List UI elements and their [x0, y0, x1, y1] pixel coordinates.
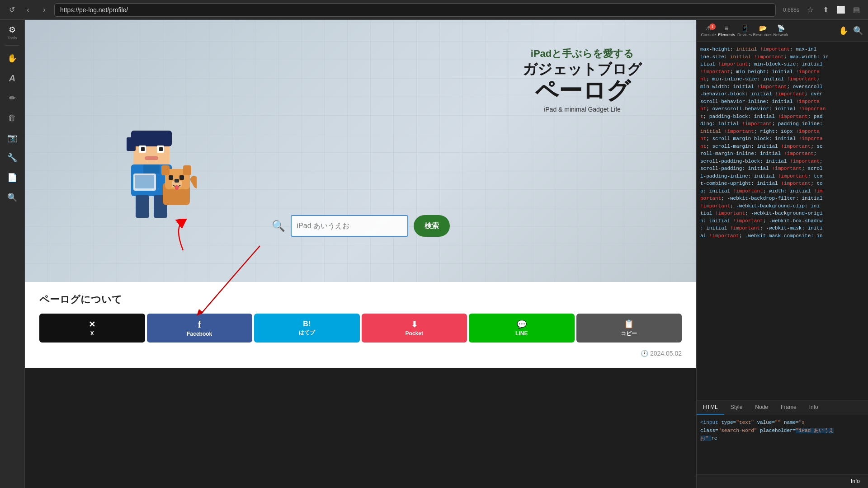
elements-label: Elements [718, 33, 735, 37]
devtools-devices-btn[interactable]: 📱 Devices [736, 23, 753, 39]
search-button[interactable]: 検索 [414, 215, 450, 237]
text-tool-item[interactable]: A [3, 69, 21, 87]
svg-rect-7 [145, 156, 158, 160]
info-button[interactable]: Info [846, 476, 864, 486]
forward-button[interactable]: › [38, 4, 51, 16]
devtools-elements-btn[interactable]: ≡ Elements [718, 23, 735, 39]
code-val-placeholder-cont: お" [700, 436, 711, 441]
pixel-character [106, 128, 197, 228]
hand-tool-item[interactable]: ✋ [3, 49, 21, 67]
line-label: LINE [515, 330, 528, 337]
share-button[interactable]: ⬆ [819, 4, 832, 16]
share-facebook-button[interactable]: f Facebook [147, 314, 253, 343]
tab-style[interactable]: Style [724, 400, 749, 415]
svg-rect-1 [131, 131, 172, 146]
code-val-value: "" [775, 420, 784, 425]
toolbar-divider [5, 45, 19, 46]
share-copy-button[interactable]: 📋 コピー [576, 314, 682, 343]
svg-rect-5 [141, 147, 145, 151]
webpage-area: iPadと手ぶらを愛する ガジェットブログ ペーログ iPad & minima… [25, 20, 696, 488]
hand-icon: ✋ [7, 53, 17, 63]
twitter-icon: ✕ [89, 319, 95, 329]
console-label: Console [701, 33, 716, 37]
svg-rect-18 [169, 175, 173, 180]
search-area: 🔍 検索 [272, 215, 450, 237]
devtools-tabs: HTML Style Node Frame Info [697, 400, 868, 415]
page-timing: 0.688s [783, 7, 799, 13]
share-pocket-button[interactable]: ⬇ Pocket [362, 314, 467, 343]
devtools-panel: ⚠ Console 1 ≡ Elements 📱 Devices 📂 Resou… [696, 20, 868, 488]
tab-info-label: Info [809, 404, 818, 410]
share-hatena-button[interactable]: B! はてブ [254, 314, 360, 343]
resources-icon: 📂 [759, 24, 767, 32]
share-line-button[interactable]: 💬 LINE [469, 314, 575, 343]
tools-icon: ⚙ [9, 25, 16, 35]
hatena-label: はてブ [299, 329, 315, 337]
devices-icon: 📱 [741, 24, 749, 32]
copy-label: コピー [621, 330, 637, 338]
code-val-name: "s [799, 420, 805, 425]
hero-content: iPadと手ぶらを愛する ガジェットブログ ペーログ iPad & minima… [523, 47, 642, 113]
tab-html[interactable]: HTML [697, 400, 724, 415]
code-line-3: お" re [700, 435, 864, 443]
search-input[interactable] [291, 215, 408, 237]
refresh-button[interactable]: ↺ [5, 4, 18, 16]
svg-rect-22 [175, 185, 179, 190]
copy-icon: 📋 [624, 319, 634, 329]
main-layout: ⚙ Tools ✋ A ✏ 🗑 📷 🔧 📄 🔍 [0, 20, 868, 488]
sidebar-toggle-button[interactable]: ▤ [850, 4, 863, 16]
doc-tool-item[interactable]: 📄 [3, 169, 21, 187]
eyedrop-tool-item[interactable]: 🔧 [3, 149, 21, 167]
resources-label: Resources [753, 33, 772, 37]
tab-style-label: Style [731, 404, 743, 410]
url-text: https://pe-log.net/profile/ [60, 6, 128, 14]
url-bar[interactable]: https://pe-log.net/profile/ [54, 3, 776, 17]
svg-rect-21 [175, 179, 179, 183]
share-twitter-button[interactable]: ✕ X [39, 314, 145, 343]
devtools-css-panel[interactable]: max-height: initial !important; max-inl … [697, 42, 868, 400]
back-button[interactable]: ‹ [22, 4, 34, 16]
devtools-pointer-btn[interactable]: ✋ [837, 24, 850, 37]
bookmark-button[interactable]: ☆ [804, 4, 816, 16]
code-attr-type: type= [721, 420, 736, 425]
tab-html-label: HTML [703, 404, 718, 410]
devtools-network-btn[interactable]: 📡 Network [773, 23, 789, 39]
code-attr-value: value= [757, 420, 775, 425]
console-badge: 1 [709, 23, 716, 30]
svg-rect-2 [127, 137, 136, 151]
tab-node[interactable]: Node [749, 400, 774, 415]
network-label: Network [773, 33, 788, 37]
browser-chrome: ↺ ‹ › https://pe-log.net/profile/ 0.688s… [0, 0, 868, 20]
hero-title-big: ペーログ [523, 78, 642, 103]
devtools-toolbar: ⚠ Console 1 ≡ Elements 📱 Devices 📂 Resou… [697, 20, 868, 42]
camera-tool-item[interactable]: 📷 [3, 129, 21, 147]
pen-icon: ✏ [9, 93, 16, 103]
share-buttons: ✕ X f Facebook B! はてブ ⬇ Pocket 💬 LINE [39, 314, 682, 343]
devtools-resources-btn[interactable]: 📂 Resources [755, 23, 771, 39]
svg-rect-17 [183, 165, 191, 175]
facebook-label: Facebook [187, 331, 212, 337]
tools-label: Tools [7, 36, 17, 40]
svg-rect-19 [179, 175, 184, 180]
elements-icon: ≡ [725, 24, 728, 32]
tools-item[interactable]: ⚙ Tools [3, 23, 21, 42]
devtools-search-btn[interactable]: 🔍 [852, 24, 864, 37]
tab-frame[interactable]: Frame [774, 400, 803, 415]
svg-rect-6 [159, 147, 163, 151]
delete-tool-item[interactable]: 🗑 [3, 109, 21, 127]
svg-rect-11 [135, 175, 154, 188]
svg-rect-9 [143, 164, 160, 174]
tab-view-button[interactable]: ⬜ [835, 4, 847, 16]
tab-info[interactable]: Info [803, 400, 825, 415]
devtools-code-panel[interactable]: <input type="text" value="" name="s clas… [697, 415, 868, 474]
hero-subtitle: iPad & minimal Gadget Life [523, 106, 642, 113]
line-icon: 💬 [517, 319, 527, 329]
pen-tool-item[interactable]: ✏ [3, 89, 21, 107]
browser-actions: 0.688s ☆ ⬆ ⬜ ▤ [783, 4, 863, 16]
search-tool-icon: 🔍 [7, 192, 17, 202]
twitter-label: X [90, 330, 94, 337]
devtools-console-btn[interactable]: ⚠ Console 1 [700, 23, 717, 39]
search-tool-item[interactable]: 🔍 [3, 188, 21, 206]
delete-icon: 🗑 [8, 113, 16, 123]
search-icon: 🔍 [272, 220, 285, 232]
